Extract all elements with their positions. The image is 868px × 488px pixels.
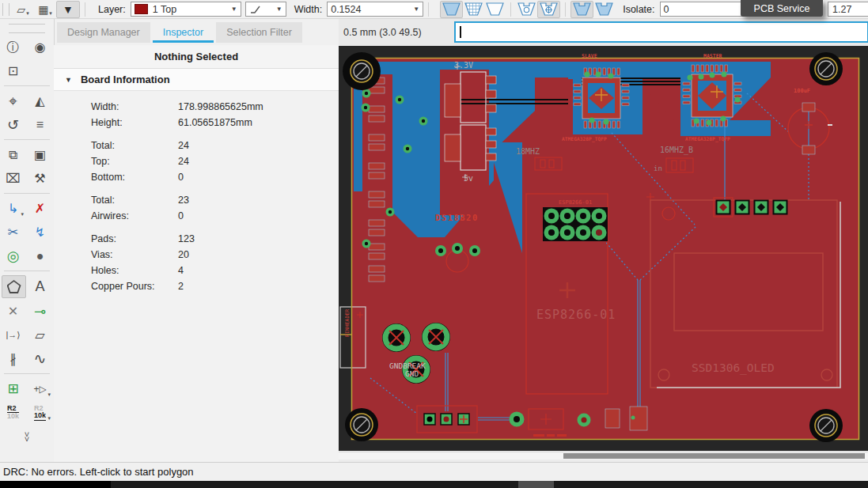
wire-bend-select[interactable]: ▼ xyxy=(245,2,286,17)
mounting-hole-top-right[interactable] xyxy=(809,52,843,85)
mounting-hole-top-left[interactable] xyxy=(343,52,381,90)
tab-inspector[interactable]: Inspector xyxy=(153,22,214,43)
grid-icon: ▦ xyxy=(38,3,48,16)
slice-tool[interactable]: ✂ xyxy=(2,221,25,243)
align-tool[interactable]: ≡ xyxy=(28,114,51,135)
info-label: Bottom: xyxy=(91,169,178,185)
net-line-tool[interactable]: ⊸ xyxy=(28,301,51,322)
layer-value: 1 Top xyxy=(153,4,176,15)
group-select-tool-icon: ⊡ xyxy=(8,65,18,78)
command-input[interactable] xyxy=(454,21,868,43)
qfp-footprint-master[interactable] xyxy=(683,65,741,127)
info-label: Pads: xyxy=(91,231,178,247)
pcb-service-button[interactable]: PCB Service xyxy=(741,0,823,17)
info-value: 61.05651875mm xyxy=(178,115,252,131)
info-label: Vias: xyxy=(91,247,178,263)
pour-orphans-remove-button[interactable] xyxy=(593,2,615,17)
pour-thermal-button[interactable] xyxy=(537,1,560,18)
net-line-tool-icon: ⊸ xyxy=(34,305,46,319)
delete-tool-icon: ⌧ xyxy=(6,172,20,185)
mounting-hole-bottom-right[interactable] xyxy=(809,409,843,442)
add-part-tool[interactable]: ⊞ xyxy=(2,378,25,399)
label-slave: SLAVE xyxy=(582,53,597,59)
pcb-canvas[interactable]: SLAVE MASTER 3.3V 5v DS18B20 18MHZ ATMEG… xyxy=(339,46,868,451)
status-bar: DRC: No errors. Left-click to start poly… xyxy=(0,462,868,481)
diff-pair-tool[interactable]: ∦ xyxy=(2,348,25,369)
command-bar: 0.5 mm (3.0 49.5) xyxy=(339,19,868,45)
text-tool[interactable]: A xyxy=(28,275,51,297)
name-tool[interactable]: R210k xyxy=(2,402,25,423)
label-in: in xyxy=(654,165,662,172)
isolate-input[interactable]: 0 xyxy=(660,2,750,17)
collapse-triangle-icon: ▼ xyxy=(65,76,72,84)
status-text: DRC: No errors. Left-click to start poly… xyxy=(3,466,194,478)
ratsnest-tool[interactable]: ✕ xyxy=(2,301,25,322)
grid-alt-input[interactable]: 1.27 xyxy=(828,2,868,17)
scrollbar-handle[interactable] xyxy=(563,453,865,459)
taskbar-segment xyxy=(0,481,111,488)
restrict-tool[interactable]: ● xyxy=(28,245,51,267)
delete-tool[interactable]: ⌧ xyxy=(2,168,25,189)
chevron-down-icon: ▾ xyxy=(47,391,51,399)
width-select[interactable]: 0.1524 ▼ xyxy=(327,2,423,17)
info-tool[interactable]: ⓘ xyxy=(2,36,25,58)
polygon-tool[interactable] xyxy=(2,275,26,298)
label-esp8266-small: ESP8266-01 xyxy=(559,199,592,206)
board-info-row: Width:178.998865625mm xyxy=(54,99,339,115)
main-toolbar: ▱▾▦▾▼ Layer: 1 Top ▼ ▼ Width: 0.1524 ▼ I… xyxy=(0,0,868,19)
ripup-tool[interactable]: ✗ xyxy=(28,198,51,219)
taskbar[interactable] xyxy=(0,481,868,488)
label-5v: 5v xyxy=(464,174,473,183)
expand-tools-button[interactable]: ˅˅ xyxy=(25,432,29,441)
wrench-tool-icon: ⚒ xyxy=(34,172,45,185)
route-tool[interactable]: ↳▾ xyxy=(2,198,25,219)
copy-tool[interactable]: ⧉ xyxy=(2,144,25,165)
add-gate-tool[interactable]: +▷▾ xyxy=(28,378,51,399)
toolbar-grip[interactable] xyxy=(2,3,9,16)
wrench-tool[interactable]: ⚒ xyxy=(28,168,51,189)
pour-solid-button[interactable] xyxy=(440,1,463,18)
filter-funnel-icon[interactable]: ▼ xyxy=(56,1,80,18)
group-select-tool[interactable]: ⊡ xyxy=(2,60,25,81)
layer-select[interactable]: 1 Top ▼ xyxy=(131,2,241,17)
pour-hatch-button[interactable] xyxy=(463,2,484,17)
text-tool-icon: A xyxy=(35,279,44,293)
paste-tool[interactable]: ▣ xyxy=(28,144,51,165)
layers-icon[interactable]: ▱▾ xyxy=(12,2,34,17)
tab-selection-filter[interactable]: Selection Filter xyxy=(216,22,302,43)
canvas-area: SLAVE MASTER 3.3V 5v DS18B20 18MHZ ATMEG… xyxy=(339,45,868,462)
outline-tool[interactable]: ▱ xyxy=(28,324,51,346)
horizontal-scrollbar[interactable] xyxy=(339,452,868,460)
pour-orphans-keep-button[interactable] xyxy=(570,1,593,18)
layer-color-swatch xyxy=(135,4,148,14)
info-value: 123 xyxy=(178,231,195,247)
divider xyxy=(428,2,429,17)
signal-arrow-tool[interactable]: |→⟩ xyxy=(2,324,25,346)
info-value: 24 xyxy=(178,153,189,169)
pour-outline-button[interactable] xyxy=(484,2,506,17)
board-information-header[interactable]: ▼ Board Information xyxy=(54,69,339,91)
section-title: Board Information xyxy=(81,74,170,85)
chevron-down-icon: ▼ xyxy=(408,6,419,13)
board-info-row: Total:24 xyxy=(54,138,339,153)
move-tool-icon: ⌖ xyxy=(9,93,17,108)
quick-route-tool[interactable]: ↯ xyxy=(28,221,51,243)
sidebar-grip[interactable] xyxy=(9,24,45,33)
grid-icon[interactable]: ▦▾ xyxy=(34,2,56,17)
slice-tool-icon: ✂ xyxy=(8,226,18,239)
mirror-tool[interactable]: ◭ xyxy=(28,90,51,112)
meander-tool[interactable]: ∿ xyxy=(28,348,51,369)
value-tool[interactable]: R210k▾ xyxy=(28,402,51,423)
info-tool-icon: ⓘ xyxy=(7,41,20,54)
move-tool[interactable]: ⌖ xyxy=(2,90,25,112)
chevron-down-icon: ▼ xyxy=(226,6,237,13)
board-info-row: Airwires:0 xyxy=(54,208,339,224)
eye-tool[interactable]: ◉ xyxy=(28,36,51,58)
outline-tool-icon: ▱ xyxy=(35,329,44,342)
mounting-hole-bottom-left[interactable] xyxy=(345,408,378,441)
copy-tool-icon: ⧉ xyxy=(9,149,17,161)
rotate-tool[interactable]: ↺ xyxy=(2,114,25,135)
tab-design-manager[interactable]: Design Manager xyxy=(57,22,150,43)
via-tool[interactable]: ◎ xyxy=(2,245,25,267)
pour-cutout-button[interactable] xyxy=(516,2,537,17)
